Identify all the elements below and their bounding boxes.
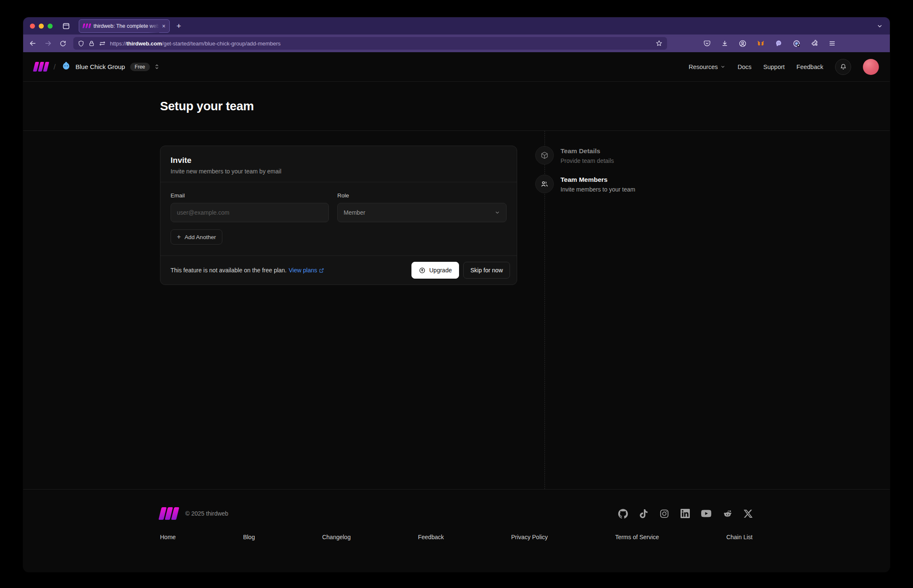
- close-window-button[interactable]: [30, 24, 35, 29]
- firefox-view-icon[interactable]: [62, 22, 70, 30]
- url-scheme: https://: [110, 40, 126, 47]
- team-name[interactable]: Blue Chick Group: [75, 63, 125, 70]
- footer-link-terms-of-service[interactable]: Terms of Service: [615, 534, 659, 540]
- plus-icon: +: [177, 234, 181, 240]
- setup-stepper: Team Details Provide team details Team M…: [535, 146, 635, 193]
- view-plans-label: View plans: [289, 267, 317, 274]
- add-another-label: Add Another: [184, 234, 216, 240]
- nav-resources[interactable]: Resources: [689, 64, 726, 70]
- free-plan-notice: This feature is not available on the fre…: [171, 267, 287, 274]
- bell-icon: [840, 63, 847, 70]
- youtube-icon[interactable]: [701, 508, 711, 519]
- url-domain: thirdweb.com: [126, 40, 162, 47]
- footer-link-changelog[interactable]: Changelog: [322, 534, 351, 540]
- page-title-band: Setup your team: [23, 82, 890, 131]
- nav-feedback[interactable]: Feedback: [796, 64, 823, 70]
- url-path: /get-started/team/blue-chick-group/add-m…: [162, 40, 281, 47]
- step-subtitle: Provide team details: [561, 157, 614, 164]
- menu-hamburger-icon[interactable]: [828, 40, 836, 47]
- invite-card: Invite Invite new members to your team b…: [160, 146, 517, 285]
- footer-link-blog[interactable]: Blog: [243, 534, 255, 540]
- step-title: Team Members: [561, 176, 635, 184]
- close-tab-icon[interactable]: ×: [162, 23, 166, 29]
- tiktok-icon[interactable]: [639, 509, 648, 518]
- reddit-icon[interactable]: [723, 509, 732, 519]
- breadcrumb-slash: /: [53, 62, 56, 72]
- footer-links: Home Blog Changelog Feedback Privacy Pol…: [160, 534, 753, 540]
- notifications-bell-button[interactable]: [835, 59, 851, 75]
- thirdweb-logo-icon[interactable]: [34, 62, 48, 72]
- page-title: Setup your team: [160, 99, 254, 113]
- url-text[interactable]: https://thirdweb.com/get-started/team/bl…: [110, 40, 651, 47]
- view-plans-link[interactable]: View plans: [289, 267, 324, 274]
- webpage: / Blue Chick Group Free Resources Docs S…: [23, 52, 890, 572]
- site-footer: © 2025 thirdweb Home Blog Changelog: [23, 489, 890, 572]
- wallet-extension-icon[interactable]: [793, 40, 801, 48]
- pocket-icon[interactable]: [703, 40, 711, 47]
- reload-icon[interactable]: [59, 40, 67, 47]
- permissions-icon[interactable]: [99, 40, 106, 47]
- chevron-down-icon: [494, 210, 500, 216]
- chevron-down-icon: [720, 64, 726, 69]
- invite-card-title: Invite: [171, 156, 507, 165]
- new-tab-button[interactable]: +: [176, 21, 181, 31]
- email-label: Email: [171, 192, 329, 199]
- nav-support[interactable]: Support: [764, 64, 785, 70]
- role-select[interactable]: Member: [337, 203, 507, 222]
- window-controls: [30, 24, 53, 29]
- step-team-members[interactable]: Team Members Invite members to your team: [535, 175, 635, 193]
- nav-docs[interactable]: Docs: [737, 64, 751, 70]
- downloads-icon[interactable]: [721, 40, 729, 47]
- team-switcher-chevrons-icon[interactable]: [153, 63, 160, 70]
- list-tabs-chevron-icon[interactable]: [876, 23, 883, 29]
- users-icon: [535, 175, 554, 193]
- user-avatar[interactable]: [863, 59, 879, 75]
- step-team-details[interactable]: Team Details Provide team details: [535, 146, 635, 165]
- thirdweb-favicon-icon: [83, 24, 91, 28]
- bookmark-star-icon[interactable]: [656, 40, 662, 47]
- main-content: Invite Invite new members to your team b…: [23, 131, 890, 489]
- maximize-window-button[interactable]: [48, 24, 53, 29]
- linkedin-icon[interactable]: [681, 509, 690, 518]
- external-link-icon: [319, 268, 324, 273]
- forward-icon[interactable]: [44, 40, 52, 47]
- address-bar[interactable]: https://thirdweb.com/get-started/team/bl…: [73, 37, 667, 50]
- site-header: / Blue Chick Group Free Resources Docs S…: [23, 52, 890, 82]
- step-subtitle: Invite members to your team: [561, 186, 635, 193]
- browser-window: thirdweb: The complete web3 de × +: [23, 17, 890, 572]
- footer-link-privacy-policy[interactable]: Privacy Policy: [511, 534, 548, 540]
- extensions-puzzle-icon[interactable]: [811, 40, 818, 47]
- team-avatar-chick-icon[interactable]: [61, 61, 71, 73]
- thirdweb-logo-icon[interactable]: [160, 507, 178, 520]
- browser-toolbar: https://thirdweb.com/get-started/team/bl…: [23, 35, 890, 52]
- email-field[interactable]: [171, 203, 329, 222]
- metamask-extension-icon[interactable]: [757, 40, 765, 48]
- footer-link-home[interactable]: Home: [160, 534, 176, 540]
- tracking-protection-shield-icon[interactable]: [78, 40, 84, 47]
- invite-card-subtitle: Invite new members to your team by email: [171, 168, 507, 175]
- role-label: Role: [337, 192, 507, 199]
- instagram-icon[interactable]: [659, 509, 669, 519]
- copyright-text: © 2025 thirdweb: [185, 510, 228, 517]
- account-icon[interactable]: [739, 40, 747, 48]
- x-icon[interactable]: [744, 509, 753, 518]
- upgrade-button[interactable]: Upgrade: [411, 262, 459, 279]
- back-icon[interactable]: [29, 40, 37, 47]
- nav-resources-label: Resources: [689, 64, 718, 70]
- tab-title: thirdweb: The complete web3 de: [93, 23, 159, 29]
- footer-link-feedback[interactable]: Feedback: [418, 534, 443, 540]
- cube-icon: [535, 146, 554, 165]
- github-icon[interactable]: [618, 509, 628, 519]
- upgrade-label: Upgrade: [429, 267, 452, 274]
- lock-icon[interactable]: [88, 40, 95, 47]
- browser-tab[interactable]: thirdweb: The complete web3 de ×: [79, 19, 170, 33]
- phantom-extension-icon[interactable]: [775, 40, 782, 47]
- skip-for-now-button[interactable]: Skip for now: [463, 262, 510, 279]
- footer-link-chain-list[interactable]: Chain List: [726, 534, 753, 540]
- minimize-window-button[interactable]: [39, 24, 44, 29]
- add-another-button[interactable]: + Add Another: [171, 229, 222, 245]
- browser-tab-strip: thirdweb: The complete web3 de × +: [23, 17, 890, 35]
- plan-badge: Free: [130, 63, 150, 71]
- step-title: Team Details: [561, 147, 614, 155]
- role-selected-value: Member: [344, 209, 365, 216]
